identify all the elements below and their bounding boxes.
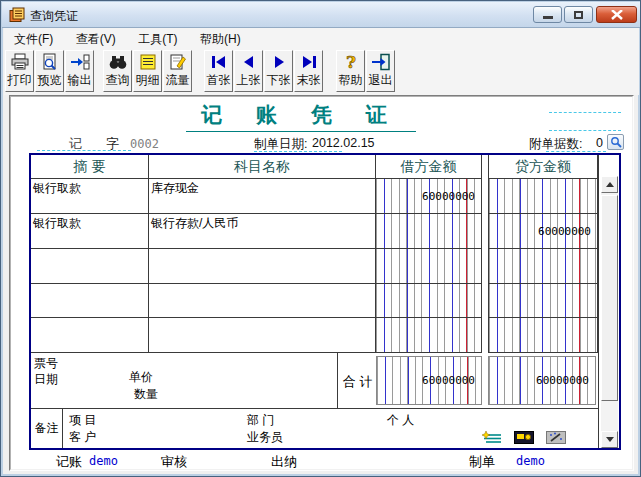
dashed-field-line <box>254 151 342 152</box>
maximize-icon <box>574 11 583 19</box>
prepared-value: demo <box>516 454 545 468</box>
magic-wand-icon <box>546 431 566 444</box>
dashed-field-line <box>37 150 131 151</box>
first-page-button[interactable]: 首张 <box>204 50 233 92</box>
menu-tools[interactable]: 工具(T) <box>130 28 185 48</box>
date-field-label: 日期 <box>34 371 58 388</box>
total-credit-amount: 60000000 <box>488 356 596 405</box>
dashed-field-line <box>549 112 621 113</box>
detail-button[interactable]: 明细 <box>133 50 162 92</box>
first-page-icon <box>209 51 229 73</box>
help-icon: ? <box>344 51 358 73</box>
row-debit-amount[interactable]: 60000000 <box>376 179 482 214</box>
header-account: 科目名称 <box>149 155 376 179</box>
row-account[interactable]: 银行存款/人民币 <box>149 214 376 249</box>
scroll-down-button[interactable] <box>601 431 618 448</box>
scrollbar-thumb[interactable] <box>601 195 618 401</box>
total-debit-amount: 60000000 <box>376 356 482 405</box>
voucher-title: 记 账 凭 证 <box>186 101 416 132</box>
row-credit-amount[interactable]: 60000000 <box>488 214 598 249</box>
voucher-date: 2012.02.15 <box>312 136 375 150</box>
row-summary[interactable] <box>31 249 149 284</box>
menu-file[interactable]: 文件(F) <box>6 28 61 48</box>
preview-button[interactable]: 预览 <box>35 50 64 92</box>
row-summary[interactable] <box>31 284 149 318</box>
remarks-label: 备注 <box>31 409 63 448</box>
display-tool-button[interactable] <box>513 430 535 444</box>
print-preview-icon <box>40 51 60 73</box>
previous-page-button[interactable]: 上张 <box>234 50 263 92</box>
note-tool-button[interactable] <box>481 430 503 444</box>
row-credit-amount[interactable] <box>488 318 598 353</box>
attachments-count: 0 <box>596 136 603 150</box>
last-page-icon <box>299 51 319 73</box>
row-summary[interactable]: 银行取款 <box>31 214 149 249</box>
printer-icon <box>10 51 30 73</box>
minimize-icon <box>543 16 553 19</box>
attachments-lookup-button[interactable] <box>607 134 624 150</box>
dashed-field-line <box>546 151 606 152</box>
row-credit-amount[interactable] <box>488 284 598 318</box>
title-bar[interactable]: 查询凭证 <box>2 2 641 28</box>
ledger-book-icon <box>9 7 25 23</box>
row-summary[interactable] <box>31 318 149 353</box>
vertical-scrollbar[interactable] <box>601 176 618 448</box>
scroll-up-button[interactable] <box>601 176 618 193</box>
customer-label: 客 户 <box>69 429 96 446</box>
bookkeeping-value: demo <box>89 454 118 468</box>
menu-help[interactable]: 帮助(H) <box>192 28 249 48</box>
query-voucher-window: 查询凭证 文件(F) 查看(V) 工具(T) 帮助(H) <box>0 0 641 477</box>
row-account[interactable] <box>149 249 376 284</box>
row-account[interactable] <box>149 284 376 318</box>
exit-button[interactable]: 退出 <box>366 50 395 92</box>
row-debit-amount[interactable] <box>376 214 482 249</box>
quantity-label: 数量 <box>134 386 158 403</box>
row-credit-amount[interactable] <box>488 249 598 284</box>
row-account[interactable] <box>149 318 376 353</box>
help-button[interactable]: ? 帮助 <box>336 50 365 92</box>
note-lines-icon <box>482 431 502 444</box>
close-icon <box>611 10 623 20</box>
query-button[interactable]: 查询 <box>103 50 132 92</box>
header-summary: 摘 要 <box>31 155 149 179</box>
export-button[interactable]: 输出 <box>65 50 94 92</box>
ticket-number-label: 票号 <box>34 355 58 372</box>
menu-view[interactable]: 查看(V) <box>68 28 124 48</box>
row-account[interactable]: 库存现金 <box>149 179 376 214</box>
voucher-number: 0002 <box>130 137 159 151</box>
audit-label: 审核 <box>161 453 187 471</box>
cashier-label: 出纳 <box>271 453 297 471</box>
menu-bar: 文件(F) 查看(V) 工具(T) 帮助(H) <box>4 28 639 48</box>
wand-tool-button[interactable] <box>545 430 567 444</box>
total-label: 合 计 <box>343 373 373 391</box>
row-debit-amount[interactable] <box>376 284 482 318</box>
minimize-button[interactable] <box>533 6 562 23</box>
table-right-divider <box>598 155 599 448</box>
arrow-down-icon <box>606 437 614 442</box>
magnifier-icon <box>610 136 622 148</box>
flow-button[interactable]: 流量 <box>163 50 192 92</box>
row-credit-amount[interactable] <box>488 179 598 214</box>
row-debit-amount[interactable] <box>376 249 482 284</box>
project-label: 项 目 <box>69 412 96 429</box>
toolbar: 打印 预览 <box>4 48 639 95</box>
last-page-button[interactable]: 末张 <box>294 50 323 92</box>
total-row: 票号 日期 单价 数量 合 计 60000000 60000000 <box>31 353 598 409</box>
prepared-label: 制单 <box>469 453 495 471</box>
unit-price-label: 单价 <box>129 369 153 386</box>
remarks-row: 备注 项 目 部 门 个 人 客 户 业务员 <box>31 409 598 448</box>
print-button[interactable]: 打印 <box>5 50 34 92</box>
salesman-label: 业务员 <box>247 429 283 446</box>
maximize-button[interactable] <box>564 6 593 23</box>
arrow-up-icon <box>606 182 614 187</box>
row-summary[interactable]: 银行取款 <box>31 179 149 214</box>
binoculars-icon <box>108 51 128 73</box>
screen-icon <box>514 431 534 444</box>
row-debit-amount[interactable] <box>376 318 482 353</box>
next-page-button[interactable]: 下张 <box>264 50 293 92</box>
person-label: 个 人 <box>387 412 414 429</box>
close-button[interactable] <box>596 6 637 23</box>
bookkeeping-label: 记账 <box>56 453 82 471</box>
header-debit: 借方金额 <box>376 155 482 179</box>
next-page-icon <box>269 51 289 73</box>
